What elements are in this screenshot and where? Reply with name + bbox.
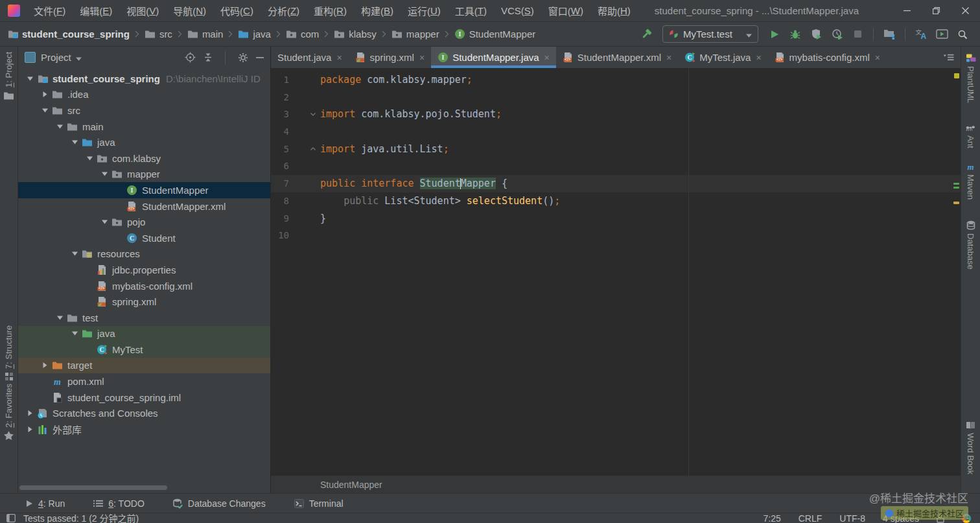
toolwindow-button-4-run[interactable]: 4: Run (26, 498, 65, 509)
menu-vcs-s[interactable]: VCS(S) (494, 0, 541, 22)
breadcrumb-src[interactable]: src (145, 29, 172, 40)
tree-row-java[interactable]: java (18, 134, 270, 150)
search-button[interactable] (953, 26, 972, 43)
error-stripe-mark[interactable] (953, 187, 959, 189)
tree-row-pojo[interactable]: pojo (18, 214, 270, 230)
tree-row-main[interactable]: main (18, 119, 270, 135)
toolwindow-button-maven[interactable]: mMaven (961, 162, 980, 200)
close-button[interactable] (951, 0, 980, 22)
close-icon[interactable]: × (419, 52, 425, 63)
error-stripe[interactable] (952, 68, 961, 475)
status-message[interactable]: Tests passed: 1 (2 分钟之前) (23, 513, 139, 523)
chevron-right-icon[interactable] (38, 91, 51, 97)
breadcrumb-java[interactable]: java (238, 29, 271, 40)
locate-button[interactable] (185, 52, 196, 63)
code-line-1[interactable]: 1package com.klabsy.mapper; (271, 71, 961, 89)
gear-button[interactable] (238, 52, 248, 63)
tree-row-target[interactable]: target (18, 358, 270, 374)
profiler-button[interactable] (827, 26, 846, 43)
toolwindow-button-ant[interactable]: Ant (961, 123, 980, 148)
tree-row-mytest[interactable]: CMyTest (18, 342, 270, 358)
toolwindow-button-terminal[interactable]: Terminal (294, 498, 344, 509)
tab-mytest-java[interactable]: CMyTest.java× (678, 47, 767, 68)
toolwindow-button-7-structure[interactable]: 7: Structure (0, 325, 18, 381)
close-icon[interactable]: × (666, 52, 671, 63)
breadcrumb-student-course-spring[interactable]: student_course_spring (8, 29, 130, 40)
menu-代码-c[interactable]: 代码(C) (213, 0, 261, 22)
tab-student-java[interactable]: Student.java× (271, 47, 349, 68)
tree-row-src[interactable]: src (18, 102, 270, 119)
breadcrumb-main[interactable]: main (187, 29, 224, 40)
breadcrumb-com[interactable]: com (286, 29, 319, 40)
project-panel-title[interactable]: Project (41, 52, 71, 63)
menu-重构-r[interactable]: 重构(R) (307, 0, 354, 22)
code-line-2[interactable]: 2 (271, 89, 961, 106)
breadcrumb-studentmapper[interactable]: IStudentMapper (454, 29, 536, 40)
toolwindow-button-6-todo[interactable]: 6: TODO (93, 498, 145, 509)
chevron-right-icon[interactable] (23, 426, 36, 432)
lock-icon[interactable] (937, 514, 944, 523)
tree-row-mybatis-config-xml[interactable]: </>mybatis-config.xml (18, 278, 270, 294)
tab-studentmapper-java[interactable]: IStudentMapper.java× (431, 47, 556, 68)
chevron-down-icon[interactable] (53, 124, 66, 129)
minimize-panel-button[interactable] (256, 56, 264, 59)
menu-帮助-h[interactable]: 帮助(H) (590, 0, 638, 22)
menu-导航-n[interactable]: 导航(N) (166, 0, 213, 22)
code-line-10[interactable]: 10 (271, 227, 961, 244)
chevron-down-icon[interactable] (98, 172, 111, 176)
close-icon[interactable]: × (336, 52, 342, 63)
tree-row-studentmapper[interactable]: IStudentMapper (18, 182, 270, 198)
stop-button[interactable] (848, 26, 867, 43)
tree-row-student[interactable]: CStudent (18, 230, 270, 246)
minimize-button[interactable] (892, 0, 922, 22)
breadcrumb-mapper[interactable]: mapper (391, 29, 439, 40)
error-stripe-mark[interactable] (954, 73, 959, 78)
code-line-3[interactable]: 3import com.klabsy.pojo.Student; (271, 106, 961, 123)
code-line-5[interactable]: 5import java.util.List; (271, 141, 961, 158)
tree-row-student-course-spring-iml[interactable]: student_course_spring.iml (18, 389, 270, 406)
chevron-down-icon[interactable] (98, 220, 111, 224)
tree-row-studentmapper-xml[interactable]: </>StudentMapper.xml (18, 198, 270, 215)
toolwindow-button-word-book[interactable]: Word Book (961, 421, 980, 474)
editor-breadcrumb[interactable]: StudentMapper (271, 475, 961, 493)
chevron-down-icon[interactable] (53, 316, 66, 320)
editor-breadcrumb-item[interactable]: StudentMapper (320, 480, 382, 490)
project-structure-button[interactable] (880, 26, 899, 43)
tree-row-scratches-and-consoles[interactable]: Scratches and Consoles (18, 405, 270, 421)
collapse-all-button[interactable] (204, 52, 213, 62)
menu-运行-u[interactable]: 运行(U) (401, 0, 448, 22)
status-4-spaces[interactable]: 4 spaces (883, 513, 919, 523)
close-icon[interactable]: × (544, 52, 550, 63)
tree-row-idea[interactable]: .idea (18, 87, 270, 103)
fold-marker-icon[interactable] (289, 141, 319, 158)
chevron-right-icon[interactable] (23, 410, 36, 416)
status-crlf[interactable]: CRLF (799, 513, 822, 523)
horizontal-scrollbar[interactable] (19, 485, 167, 490)
chevron-down-icon[interactable] (68, 251, 81, 256)
error-stripe-mark[interactable] (953, 183, 959, 185)
debug-button[interactable] (786, 26, 805, 43)
tree-row-spring-xml[interactable]: spring.xml (18, 294, 270, 310)
translate-button[interactable]: 文A (911, 26, 931, 43)
tree-row-student-course-spring[interactable]: student_course_springD:\bianchen\Intelli… (18, 71, 270, 87)
chevron-down-icon[interactable] (83, 156, 96, 161)
code-line-8[interactable]: 8 public List<Student> selectStudent(); (271, 192, 961, 210)
code-line-6[interactable]: 6 (271, 157, 961, 175)
menu-窗口-w[interactable]: 窗口(W) (541, 0, 590, 22)
toolwindow-button-database[interactable]: Database (961, 220, 980, 270)
status-7-25[interactable]: 7:25 (763, 513, 780, 523)
code-editor[interactable]: 1package com.klabsy.mapper;23import com.… (271, 68, 961, 475)
code-line-7[interactable]: 7public interface StudentMapper { (271, 175, 961, 192)
tree-row-外部库[interactable]: 外部库 (18, 421, 270, 437)
hammer-button[interactable] (636, 26, 656, 43)
menu-视图-v[interactable]: 视图(V) (119, 0, 166, 22)
menu-编辑-e[interactable]: 编辑(E) (73, 0, 119, 22)
toolwindow-button-2-favorites[interactable]: 2: Favorites (0, 384, 18, 440)
toolwindow-button-database-changes[interactable]: Database Changes (173, 498, 266, 509)
code-line-4[interactable]: 4 (271, 123, 961, 141)
toolwindow-button-1-project[interactable]: 1: Project (0, 52, 18, 100)
tree-row-resources[interactable]: resources (18, 246, 270, 262)
run-anything-button[interactable] (932, 26, 951, 43)
tree-row-com-klabsy[interactable]: com.klabsy (18, 150, 270, 167)
tab-mybatis-config-xml[interactable]: </>mybatis-config.xml× (768, 47, 887, 68)
